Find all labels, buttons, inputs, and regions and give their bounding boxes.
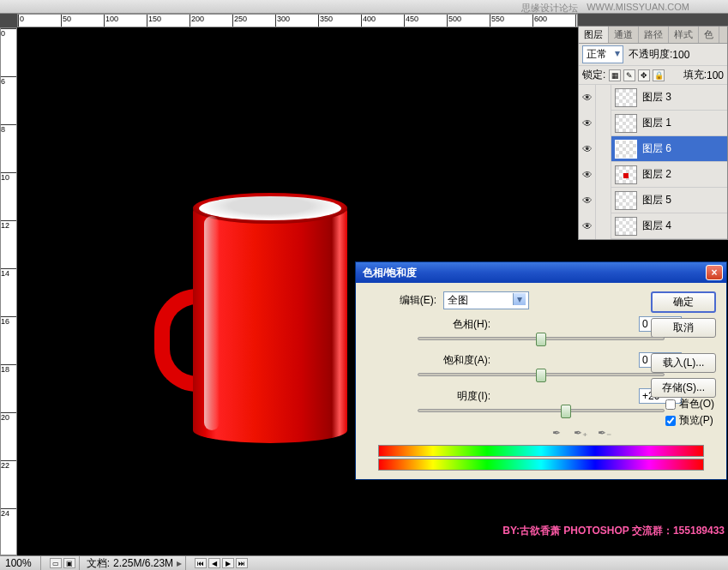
statusbar-nav-icons[interactable]: ⏮ ◀ ▶ ⏭ <box>195 558 248 568</box>
dialog-body: 确定 取消 载入(L)... 存储(S)... 编辑(E): 全图 色相(H):… <box>356 283 726 479</box>
doc-value: 2.25M/6.23M <box>113 557 173 569</box>
edit-select[interactable]: 全图 <box>443 291 529 309</box>
lock-fill-row: 锁定: ▦ ✎ ✥ 🔒 填充: 100 <box>579 66 727 85</box>
preview-checkbox[interactable]: 预览(P) <box>665 413 714 428</box>
link-box[interactable] <box>596 188 611 213</box>
colorize-check-input[interactable] <box>665 399 676 410</box>
layers-panel: 图层通道路径样式色 正常 不透明度: 100 锁定: ▦ ✎ ✥ 🔒 填充: 1… <box>578 26 728 240</box>
cancel-button[interactable]: 取消 <box>651 318 716 338</box>
edit-label: 编辑(E): <box>366 293 443 308</box>
lock-move-icon[interactable]: ✥ <box>638 69 650 81</box>
layer-row[interactable]: 👁图层 4 <box>579 213 727 239</box>
layer-thumbnail[interactable] <box>615 217 637 236</box>
visibility-eye-icon[interactable]: 👁 <box>579 162 596 188</box>
lock-icons[interactable]: ▦ ✎ ✥ 🔒 <box>609 69 665 81</box>
view-icon-2[interactable]: ▣ <box>63 558 75 568</box>
panel-tab-2[interactable]: 路径 <box>639 27 669 43</box>
hue-gradient-bottom <box>378 459 704 471</box>
layer-name[interactable]: 图层 2 <box>641 167 727 182</box>
layer-row[interactable]: 👁图层 2 <box>579 162 727 188</box>
link-box[interactable] <box>596 213 611 239</box>
watermark-site: WWW.MISSYUAN.COM <box>587 2 689 12</box>
hue-label: 色相(H): <box>396 317 490 332</box>
lock-brush-icon[interactable]: ✎ <box>623 69 635 81</box>
dialog-checkboxes: 着色(O) 预览(P) <box>665 395 714 428</box>
author-credit: BY:古欲香萧 PHOTOSHOP 交流群：155189433 <box>502 524 725 538</box>
fill-value[interactable]: 100 <box>707 69 724 81</box>
hue-gradient-top <box>378 445 704 457</box>
saturation-label: 饱和度(A): <box>396 353 490 368</box>
lightness-label: 明度(I): <box>396 389 490 404</box>
visibility-eye-icon[interactable]: 👁 <box>579 136 596 162</box>
statusbar-view-icons[interactable]: ▭ ▣ <box>50 558 75 568</box>
panel-tab-3[interactable]: 样式 <box>669 27 699 43</box>
panel-tab-4[interactable]: 色 <box>699 27 719 43</box>
layer-thumbnail[interactable] <box>615 114 637 133</box>
hue-slider[interactable] <box>418 337 665 340</box>
close-icon[interactable]: × <box>706 265 723 280</box>
zoom-value[interactable]: 100% <box>0 557 37 569</box>
link-box[interactable] <box>596 162 611 188</box>
saturation-slider[interactable] <box>418 373 665 376</box>
nav-first-icon[interactable]: ⏮ <box>195 558 207 568</box>
layer-thumbnail[interactable] <box>615 140 637 159</box>
layer-row[interactable]: 👁图层 6 <box>579 136 727 162</box>
eyedropper-subtract-icon[interactable]: ✒₋ <box>596 424 613 441</box>
watermark-forum: 思缘设计论坛 <box>521 2 578 15</box>
layer-name[interactable]: 图层 6 <box>641 141 727 156</box>
layer-thumbnail[interactable] <box>615 191 637 210</box>
layer-name[interactable]: 图层 1 <box>641 116 727 130</box>
layer-name[interactable]: 图层 3 <box>641 90 727 105</box>
layer-list: 👁图层 3👁图层 1👁图层 6👁图层 2👁图层 5👁图层 4 <box>579 85 727 239</box>
nav-play-icon[interactable]: ▶ <box>222 558 234 568</box>
dialog-title: 色相/饱和度 <box>359 266 706 280</box>
lock-all-icon[interactable]: 🔒 <box>653 69 665 81</box>
doc-menu-icon[interactable]: ▸ <box>177 557 182 569</box>
layer-row[interactable]: 👁图层 1 <box>579 111 727 136</box>
panel-tabs: 图层通道路径样式色 <box>579 27 727 44</box>
layer-row[interactable]: 👁图层 5 <box>579 188 727 213</box>
dialog-titlebar[interactable]: 色相/饱和度 × <box>356 262 726 283</box>
panel-tab-1[interactable]: 通道 <box>609 27 639 43</box>
blend-opacity-row: 正常 不透明度: 100 <box>579 44 727 66</box>
app-top-bar: 思缘设计论坛 WWW.MISSYUAN.COM <box>0 0 728 14</box>
panel-tab-0[interactable]: 图层 <box>579 27 609 43</box>
nav-prev-icon[interactable]: ◀ <box>208 558 220 568</box>
status-bar: 100% ▭ ▣ 文档: 2.25M/6.23M ▸ ⏮ ◀ ▶ ⏭ <box>0 555 728 570</box>
layer-name[interactable]: 图层 5 <box>641 193 727 207</box>
eyedropper-row: ✒ ✒₊ ✒₋ <box>366 424 613 441</box>
layer-thumbnail[interactable] <box>615 165 637 184</box>
preview-check-input[interactable] <box>665 416 676 426</box>
visibility-eye-icon[interactable]: 👁 <box>579 188 596 213</box>
saturation-slider-thumb[interactable] <box>536 369 546 382</box>
link-box[interactable] <box>596 136 611 162</box>
colorize-label: 着色(O) <box>679 397 714 411</box>
lightness-slider[interactable] <box>418 409 665 412</box>
lock-transparency-icon[interactable]: ▦ <box>609 69 621 81</box>
eyedropper-icon[interactable]: ✒ <box>548 424 565 441</box>
ruler-horizontal: 050100150200250300350400450500550600650 <box>17 14 578 27</box>
fill-label: 填充: <box>683 68 707 82</box>
hue-slider-thumb[interactable] <box>536 333 546 346</box>
doc-label: 文档: <box>83 556 113 571</box>
visibility-eye-icon[interactable]: 👁 <box>579 213 596 239</box>
visibility-eye-icon[interactable]: 👁 <box>579 85 596 111</box>
lock-label: 锁定: <box>582 68 605 82</box>
ok-button[interactable]: 确定 <box>651 291 716 313</box>
link-box[interactable] <box>596 85 611 111</box>
lightness-slider-thumb[interactable] <box>561 405 571 418</box>
view-icon-1[interactable]: ▭ <box>50 558 62 568</box>
layer-name[interactable]: 图层 4 <box>641 219 727 233</box>
load-button[interactable]: 载入(L)... <box>651 353 716 373</box>
layer-thumbnail[interactable] <box>615 88 637 107</box>
mug-inner <box>199 196 341 220</box>
layer-row[interactable]: 👁图层 3 <box>579 85 727 111</box>
nav-last-icon[interactable]: ⏭ <box>236 558 248 568</box>
eyedropper-add-icon[interactable]: ✒₊ <box>572 424 589 441</box>
opacity-value[interactable]: 100 <box>672 49 689 61</box>
preview-label: 预览(P) <box>679 413 713 428</box>
link-box[interactable] <box>596 111 611 136</box>
blend-mode-select[interactable]: 正常 <box>582 45 623 63</box>
colorize-checkbox[interactable]: 着色(O) <box>665 397 714 411</box>
visibility-eye-icon[interactable]: 👁 <box>579 111 596 136</box>
